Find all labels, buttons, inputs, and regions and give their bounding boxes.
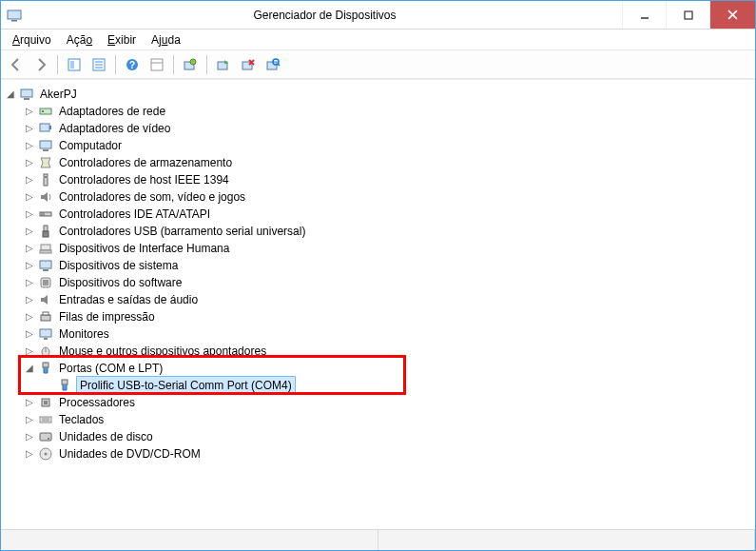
tree-node-sound-controllers[interactable]: ▷Controladores de som, vídeo e jogos: [24, 188, 751, 206]
ports-icon: [38, 361, 53, 376]
audio-io-icon: [38, 292, 53, 307]
expander-icon[interactable]: ▷: [24, 123, 35, 134]
expander-icon[interactable]: ▷: [24, 431, 35, 443]
software-device-icon: [38, 275, 53, 290]
svg-rect-42: [40, 261, 51, 268]
close-button[interactable]: [709, 1, 755, 29]
menu-acao[interactable]: Ação: [59, 31, 100, 49]
svg-rect-22: [267, 62, 277, 69]
maximize-button[interactable]: [666, 1, 709, 29]
tree-root-node[interactable]: ◢ AkerPJ: [5, 86, 751, 103]
display-adapter-icon: [38, 121, 53, 136]
expander-icon[interactable]: ◢: [24, 363, 35, 374]
svg-rect-46: [41, 315, 50, 321]
expander-icon[interactable]: ▷: [24, 157, 35, 168]
svg-rect-47: [43, 312, 48, 315]
tree-node-prolific-usb-serial[interactable]: ▷Prolific USB-to-Serial Comm Port (COM4): [43, 377, 751, 394]
tree-node-usb-controllers[interactable]: ▷Controladores USB (barramento serial un…: [24, 223, 751, 240]
view-button[interactable]: [145, 53, 168, 76]
properties-button[interactable]: [87, 53, 110, 76]
expander-icon[interactable]: ▷: [24, 226, 35, 237]
expander-icon[interactable]: ▷: [24, 414, 35, 425]
tree-node-system-devices[interactable]: ▷Dispositivos de sistema: [24, 257, 751, 274]
hid-icon: [38, 241, 53, 256]
scan-hardware-button[interactable]: [262, 53, 284, 76]
expander-icon[interactable]: ▷: [24, 260, 35, 271]
minimize-button[interactable]: [622, 1, 666, 29]
svg-rect-7: [70, 61, 74, 69]
tree-node-ieee1394-controllers[interactable]: ▷Controladores de host IEEE 1394: [24, 171, 751, 188]
expander-icon[interactable]: ▷: [24, 311, 35, 323]
help-button[interactable]: ?: [121, 53, 144, 76]
tree-node-ide-controllers[interactable]: ▷Controladores IDE ATA/ATAPI: [24, 206, 751, 223]
tree-node-hid[interactable]: ▷Dispositivos de Interface Humana: [24, 240, 751, 257]
device-tree-panel[interactable]: ◢ AkerPJ ▷Adaptadores de rede ▷Adaptador…: [1, 79, 755, 529]
tree-node-network-adapters[interactable]: ▷Adaptadores de rede: [24, 103, 751, 120]
expander-icon[interactable]: ▷: [24, 294, 35, 305]
expander-icon[interactable]: ▷: [24, 345, 35, 357]
monitor-icon: [38, 326, 53, 342]
mouse-icon: [38, 344, 53, 359]
svg-rect-52: [43, 363, 48, 367]
svg-rect-48: [40, 329, 51, 337]
expander-icon[interactable]: ▷: [24, 243, 35, 254]
statusbar: [1, 529, 755, 550]
tree-node-software-devices[interactable]: ▷Dispositivos do software: [24, 274, 751, 291]
menu-exibir[interactable]: Exibir: [100, 31, 144, 49]
expander-icon[interactable]: ▷: [24, 106, 35, 117]
network-adapter-icon: [38, 104, 53, 119]
svg-rect-38: [44, 226, 48, 231]
tree-node-mice[interactable]: ▷Mouse e outros dispositivos apontadores: [24, 343, 751, 360]
tree-node-keyboards[interactable]: ▷Teclados: [24, 411, 751, 428]
menu-ajuda[interactable]: Ajuda: [144, 31, 188, 49]
uninstall-button[interactable]: [237, 53, 260, 76]
expander-icon[interactable]: ▷: [24, 397, 35, 408]
svg-rect-39: [43, 231, 48, 237]
processor-icon: [38, 395, 53, 410]
tree-node-monitors[interactable]: ▷Monitores: [24, 325, 751, 343]
tree-node-disk-drives[interactable]: ▷Unidades de disco: [24, 428, 751, 445]
svg-rect-30: [49, 126, 51, 129]
svg-point-62: [45, 453, 48, 456]
expander-icon[interactable]: ▷: [24, 448, 35, 460]
svg-rect-55: [44, 401, 48, 404]
menu-arquivo[interactable]: Arquivo: [5, 31, 59, 49]
show-hide-tree-button[interactable]: [63, 53, 86, 76]
forward-button[interactable]: [29, 53, 52, 76]
expander-icon[interactable]: ▷: [24, 140, 35, 151]
svg-rect-49: [44, 338, 48, 340]
svg-rect-0: [8, 10, 21, 19]
tree-node-audio-io[interactable]: ▷Entradas e saídas de áudio: [24, 291, 751, 308]
system-device-icon: [38, 258, 53, 273]
expander-icon[interactable]: ▷: [24, 174, 35, 186]
tree-node-computer[interactable]: ▷Computador: [24, 137, 751, 154]
svg-rect-43: [43, 269, 48, 271]
titlebar[interactable]: Gerenciador de Dispositivos: [1, 1, 755, 30]
svg-rect-26: [24, 98, 29, 100]
svg-rect-41: [40, 250, 51, 253]
update-driver-button[interactable]: [179, 53, 202, 76]
svg-rect-1: [11, 20, 17, 22]
keyboard-icon: [38, 412, 53, 427]
tree-node-processors[interactable]: ▷Processadores: [24, 394, 751, 411]
svg-text:?: ?: [129, 60, 135, 70]
tree-node-print-queues[interactable]: ▷Filas de impressão: [24, 308, 751, 325]
expander-icon[interactable]: ▷: [24, 277, 35, 288]
tree-node-storage-controllers[interactable]: ▷Controladores de armazenamento: [24, 154, 751, 171]
svg-rect-40: [41, 245, 50, 250]
tree-node-ports[interactable]: ◢Portas (COM e LPT): [24, 360, 751, 377]
tree-node-dvd-drives[interactable]: ▷Unidades de DVD/CD-ROM: [24, 445, 751, 462]
expander-icon[interactable]: ▷: [24, 208, 35, 220]
enable-button[interactable]: [212, 53, 235, 76]
expander-icon[interactable]: ▷: [24, 191, 35, 203]
expander-icon[interactable]: ▷: [24, 328, 35, 340]
tree-node-display-adapters[interactable]: ▷Adaptadores de vídeo: [24, 120, 751, 137]
back-button[interactable]: [5, 53, 28, 76]
svg-rect-33: [44, 174, 48, 186]
disk-drive-icon: [38, 429, 53, 444]
expander-icon[interactable]: ◢: [5, 89, 16, 100]
svg-line-24: [278, 64, 280, 66]
storage-controller-icon: [38, 155, 53, 170]
svg-rect-53: [62, 380, 68, 384]
usb-icon: [38, 224, 53, 239]
